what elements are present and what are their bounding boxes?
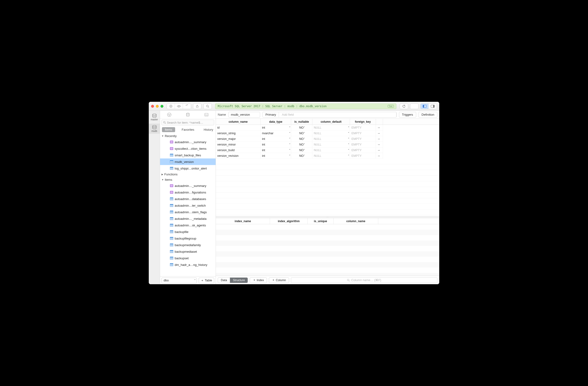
structure-tab[interactable]: Structure [230,278,248,283]
tree-item[interactable]: backupmediaset [160,248,216,255]
cell-data-type[interactable]: int˄˅ [261,153,291,159]
add-column-button[interactable]: ＋ Column [269,277,289,283]
add-index-button[interactable]: ＋ Index [250,277,267,283]
tree-item[interactable]: autoadmin…_summary [160,139,216,145]
horizontal-splitter[interactable]: ⋯ [216,216,439,218]
cell-column-name[interactable]: version_string [216,131,261,136]
tree-item[interactable]: msdb_version [160,158,216,165]
table-name-input[interactable]: msdb_version [228,112,260,117]
cell-foreign-key[interactable]: EMPTY [350,147,376,153]
cell-fk-arrow[interactable]: → [376,142,383,147]
left-panel-toggle[interactable] [421,104,429,109]
tree-section-items[interactable]: ▼Items [160,177,216,182]
cell-column-name[interactable]: version_build [216,147,261,153]
data-tab[interactable]: Data [218,278,230,283]
cell-column-name[interactable]: id [216,125,261,131]
index-header-index_algorithm[interactable]: index_algorithm [270,218,308,224]
cell-column-default[interactable]: NULL˄˅ [312,125,350,131]
eye-icon[interactable] [175,104,183,109]
zoom-window-button[interactable] [161,105,163,108]
cell-data-type[interactable]: nvarchar˄˅ [261,131,291,136]
cell-column-name[interactable]: version_minor [216,142,261,147]
cell-foreign-key[interactable]: EMPTY [350,136,376,142]
cell-foreign-key[interactable]: EMPTY [350,153,376,159]
cell-data-type[interactable]: int˄˅ [261,142,291,147]
db-strip-item-msdb[interactable]: msdb [149,124,160,134]
schema-selector[interactable]: dbo ˄˅ [162,278,197,283]
cell-foreign-key[interactable]: EMPTY [350,142,376,147]
tree-item[interactable]: autoadmin…_summary [160,182,216,189]
cell-column-default[interactable]: NULL˄˅ [312,142,350,147]
sql-icon[interactable]: SQL [204,112,209,117]
column-row[interactable]: version_buildint˄˅NO˄˅NULL˄˅EMPTY→ [216,147,439,153]
column-row[interactable]: version_minorint˄˅NO˄˅NULL˄˅EMPTY→ [216,142,439,147]
tree-item[interactable]: log_shippi…onitor_alert [160,165,216,172]
close-window-button[interactable] [151,105,154,108]
cell-is-nullable[interactable]: NO˄˅ [291,153,312,159]
cell-is-nullable[interactable]: NO˄˅ [291,131,312,136]
tree-item[interactable]: autoadmin…figurations [160,189,216,195]
list-icon[interactable] [183,104,191,109]
column-header-foreign_key[interactable]: foreign_key [350,119,376,125]
tree-item[interactable]: syscollect…ction_items [160,145,216,152]
right-panel-toggle[interactable] [429,104,437,109]
index-header-column_name[interactable]: column_name [334,218,378,224]
minimize-window-button[interactable] [156,105,159,108]
index-header-index_name[interactable]: index_name [216,218,270,224]
cell-is-nullable[interactable]: NO˄˅ [291,125,312,131]
cell-column-default[interactable]: NULL˄˅ [312,131,350,136]
cell-fk-arrow[interactable]: → [376,136,383,142]
cancel-icon[interactable] [167,104,175,109]
sidebar-tab-favorites[interactable]: Favorites [179,127,197,132]
database-icon[interactable] [185,112,190,117]
add-table-button[interactable]: ＋ Table [199,278,214,283]
cell-fk-arrow[interactable]: → [376,131,383,136]
column-row[interactable]: idint˄˅NO˄˅NULL˄˅EMPTY→ [216,125,439,131]
cell-data-type[interactable]: int˄˅ [261,147,291,153]
column-filter-input[interactable]: Column name… (⌘F) [291,277,437,283]
column-header-column_default[interactable]: column_default [312,119,350,125]
column-row[interactable]: version_revisionint˄˅NO˄˅NULL˄˅EMPTY→ [216,153,439,159]
cell-column-default[interactable]: NULL˄˅ [312,147,350,153]
column-header-is_nullable[interactable]: is_nullable [291,119,312,125]
tree-item[interactable]: backupfilegroup [160,235,216,242]
cell-column-name[interactable]: version_revision [216,153,261,159]
tree-item[interactable]: autoadmin…_metadata [160,215,216,222]
tree-section-recently[interactable]: ▼Recently [160,133,216,139]
primary-segment[interactable]: Primary [263,112,279,117]
breadcrumb[interactable]: Microsoft SQL Server 2017 : SQL Server :… [215,103,396,109]
column-row[interactable]: version_majorint˄˅NO˄˅NULL˄˅EMPTY→ [216,136,439,142]
column-header-column_name[interactable]: column_name [216,119,261,125]
sidebar-search-input[interactable]: Search for item: ^name$… [162,120,214,125]
cell-column-default[interactable]: NULL˄˅ [312,136,350,142]
lock-button[interactable] [193,103,202,109]
sidebar-tab-history[interactable]: History [201,127,216,132]
triggers-button[interactable]: Triggers [399,112,416,117]
cell-is-nullable[interactable]: NO˄˅ [291,136,312,142]
cell-column-name[interactable]: version_major [216,136,261,142]
tree-item[interactable]: autoadmin…databases [160,195,216,202]
tree-item[interactable]: smart_backup_files [160,152,216,158]
index-header-is_unique[interactable]: is_unique [308,218,334,224]
cell-foreign-key[interactable]: EMPTY [350,131,376,136]
add-field-segment[interactable]: Add field [279,112,396,117]
plug-icon[interactable] [167,112,172,117]
tree-item[interactable]: autoadmin…sk_agents [160,222,216,229]
cell-fk-arrow[interactable]: → [376,125,383,131]
cell-column-default[interactable]: NULL˄˅ [312,153,350,159]
definition-button[interactable]: Definition [419,112,437,117]
cell-is-nullable[interactable]: NO˄˅ [291,147,312,153]
cell-fk-arrow[interactable]: → [376,147,383,153]
cell-is-nullable[interactable]: NO˄˅ [291,142,312,147]
column-header-data_type[interactable]: data_type [261,119,291,125]
tree-item[interactable]: autoadmin…stem_flags [160,209,216,215]
tree-item[interactable]: backupmediafamily [160,242,216,248]
search-toolbar-button[interactable] [203,103,212,109]
cell-data-type[interactable]: int˄˅ [261,125,291,131]
tree-section-functions[interactable]: ▶Functions [160,172,216,177]
grid-button[interactable] [410,103,419,109]
cell-fk-arrow[interactable]: → [376,153,383,159]
cell-data-type[interactable]: int˄˅ [261,136,291,142]
db-strip-item-master[interactable]: master [149,112,160,122]
cell-foreign-key[interactable]: EMPTY [350,125,376,131]
